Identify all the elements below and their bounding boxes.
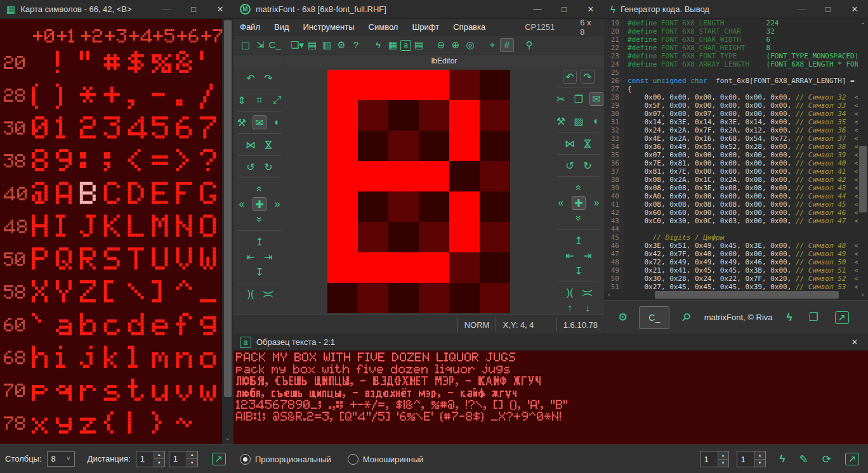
save-icon[interactable]: ▤ (305, 38, 319, 52)
move-icon[interactable]: ✚ (572, 196, 586, 210)
export-icon[interactable]: ↗ (835, 311, 849, 324)
shift-right-icon[interactable]: » (589, 196, 603, 210)
snap-right-icon[interactable]: ⇥ (581, 249, 595, 262)
snap-top-icon[interactable]: ↥ (572, 233, 586, 247)
move-icon[interactable]: ✚ (253, 197, 266, 211)
maximize-button[interactable]: □ (815, 0, 841, 18)
rotate-cw-icon[interactable]: ↻ (261, 160, 275, 174)
paste-icon[interactable]: ✉ (253, 115, 266, 129)
next-char-icon[interactable]: ↓ (581, 301, 595, 315)
columns-select[interactable]: 8˅ (47, 451, 75, 467)
menu-item-2[interactable]: Инструменты (303, 22, 355, 32)
c-file-icon[interactable]: C_ (268, 38, 282, 52)
step-up-icon[interactable]: ▲ (755, 451, 765, 460)
flip-horizontal-icon[interactable]: ⋈ (563, 136, 577, 150)
save-as-icon[interactable]: ▥ (320, 38, 334, 52)
undo-icon[interactable]: ↶ (563, 70, 577, 84)
flip-vertical-icon[interactable]: ⋈ (261, 138, 275, 152)
resize-grip[interactable]: ⋱ (596, 326, 603, 333)
scale-x-stepper[interactable]: 1 ▲▼ (700, 451, 729, 467)
lightning-icon[interactable]: ϟ (780, 453, 786, 465)
help-icon[interactable]: ? (349, 38, 363, 52)
close-button[interactable]: ✕ (577, 0, 604, 18)
export-icon[interactable]: ↗ (845, 453, 859, 465)
minimize-button[interactable]: — (788, 0, 815, 18)
previous-char-icon[interactable]: ↑ (563, 301, 577, 315)
snap-top-icon[interactable]: ↥ (253, 235, 266, 249)
menu-item-5[interactable]: Справка (453, 22, 485, 32)
code-vscrollbar[interactable]: ⌃ (858, 19, 868, 290)
zoom-in-icon[interactable]: ⊕ (449, 38, 463, 52)
toggle-output-icon[interactable]: ▤ (412, 38, 426, 52)
paperclip-icon[interactable]: ⚲ (679, 310, 694, 325)
new-file-icon[interactable]: ▢ (239, 38, 253, 52)
open-file-icon[interactable]: ⇲ (253, 38, 267, 52)
squeeze-horizontal-icon[interactable]: )( (563, 286, 577, 300)
shift-down-icon[interactable]: » (572, 211, 586, 225)
shift-up-icon[interactable]: « (253, 182, 266, 196)
character-map-grid[interactable] (0, 19, 222, 444)
flip-horizontal-icon[interactable]: ⋈ (244, 138, 258, 152)
stamp-icon[interactable]: ⚒ (554, 114, 568, 128)
preview-icon[interactable]: ⌖ (485, 38, 499, 52)
maximize-button[interactable]: □ (551, 0, 577, 18)
snap-left-icon[interactable]: ⇤ (563, 249, 577, 262)
scroll-up-icon[interactable]: ⌃ (858, 22, 868, 29)
zoom-fit-icon[interactable]: ◎ (463, 38, 477, 52)
undo-icon[interactable]: ↶ (244, 71, 258, 85)
menu-item-0[interactable]: Файл (240, 22, 260, 32)
shift-left-icon[interactable]: « (554, 196, 568, 210)
distance-x-stepper[interactable]: 1 ▲▼ (136, 451, 165, 467)
toggle-charmap-icon[interactable]: ▦ (386, 38, 400, 52)
scroll-left-icon[interactable]: ‹ (605, 291, 613, 298)
refresh-icon[interactable]: ⟳ (822, 453, 831, 466)
redo-icon[interactable]: ↷ (581, 70, 595, 84)
zoom-out-icon[interactable]: ⊖ (434, 38, 448, 52)
flip-vertical-icon[interactable]: ⋈ (581, 136, 595, 150)
gear-icon[interactable]: ⚙ (618, 311, 628, 324)
expand-icon[interactable]: ⤢ (270, 93, 284, 107)
step-down-icon[interactable]: ▼ (187, 459, 197, 467)
generate-code-icon[interactable]: ϟ (371, 38, 385, 52)
close-button[interactable]: ✕ (841, 0, 868, 18)
step-down-icon[interactable]: ▼ (755, 460, 765, 467)
shift-up-icon[interactable]: « (572, 181, 586, 195)
code-output[interactable]: 19#define FONT_6X8_LENGTH 22420#define F… (604, 19, 858, 290)
lightning-icon[interactable]: ϟ (787, 311, 792, 324)
grid-toggle-icon[interactable]: # (500, 38, 514, 52)
minimize-button[interactable]: — (154, 0, 180, 18)
step-down-icon[interactable]: ▼ (154, 459, 164, 467)
redo-icon[interactable]: ↷ (261, 71, 275, 85)
crop-icon[interactable]: ⌗ (253, 93, 266, 107)
stamp-icon[interactable]: ⚒ (235, 115, 249, 129)
c-language-button[interactable]: C_ (639, 306, 669, 329)
snap-bottom-icon[interactable]: ↧ (253, 265, 266, 279)
shift-right-icon[interactable]: » (270, 197, 284, 211)
menu-item-3[interactable]: Символ (369, 22, 398, 32)
squeeze-horizontal-icon[interactable]: )( (244, 287, 258, 301)
rotate-ccw-icon[interactable]: ↺ (244, 160, 258, 174)
squeeze-vertical-icon[interactable]: )( (581, 286, 595, 300)
charmap-scrollbar[interactable]: ⌄ (222, 19, 233, 444)
shift-down-icon[interactable]: » (253, 212, 266, 226)
radio-monospaced[interactable]: Моноширинный (348, 454, 424, 465)
paste-icon[interactable]: ✉ (589, 92, 603, 106)
export-icon[interactable]: ↗ (212, 453, 226, 465)
link-icon[interactable]: ⚲ (522, 38, 536, 52)
copy-icon[interactable]: ❐ (809, 311, 819, 324)
squeeze-vertical-icon[interactable]: )( (261, 287, 275, 301)
step-up-icon[interactable]: ▲ (154, 451, 164, 460)
shift-left-icon[interactable]: « (235, 197, 249, 211)
window-mode-icon[interactable]: ❏▾ (290, 38, 305, 52)
scale-y-stepper[interactable]: 1 ▲▼ (737, 451, 766, 467)
minimize-button[interactable]: — (524, 0, 551, 18)
snap-bottom-icon[interactable]: ↧ (572, 264, 586, 278)
menu-item-1[interactable]: Вид (274, 22, 289, 32)
row-height-icon[interactable]: ⇕ (235, 93, 249, 107)
cut-icon[interactable]: ✂ (554, 92, 568, 106)
pencil-icon[interactable]: ✎ (799, 453, 808, 466)
scroll-down-icon[interactable]: ⌄ (222, 434, 233, 441)
copy-icon[interactable]: ❐ (572, 92, 586, 106)
snap-right-icon[interactable]: ⇥ (261, 250, 275, 264)
menu-item-4[interactable]: Шрифт (412, 22, 439, 32)
